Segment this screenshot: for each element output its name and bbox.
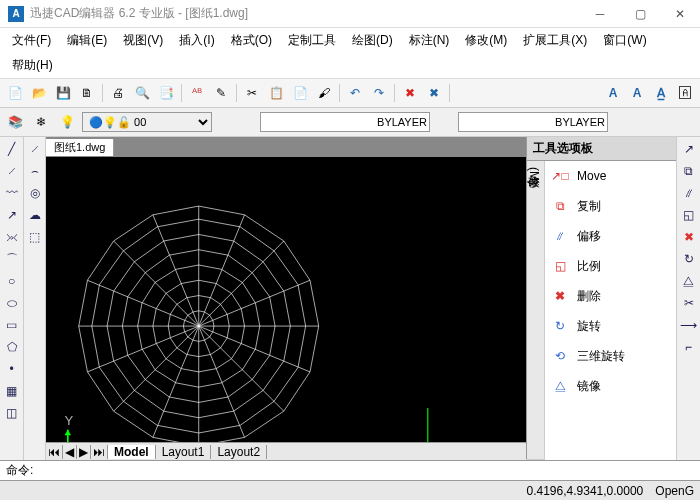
ellipse-icon[interactable]: ⬭ — [2, 293, 22, 313]
plot-icon[interactable]: 📑 — [155, 82, 177, 104]
close-button[interactable]: ✕ — [668, 7, 692, 21]
drawing-svg: X Y — [46, 157, 526, 442]
layer-bulb-icon[interactable]: 💡 — [56, 111, 78, 133]
new-icon[interactable]: 📄 — [4, 82, 26, 104]
canvas[interactable]: X Y — [46, 157, 526, 442]
open-icon[interactable]: 📂 — [28, 82, 50, 104]
menu-draw[interactable]: 绘图(D) — [346, 30, 399, 51]
donut-icon[interactable]: ◎ — [25, 183, 45, 203]
vtab-modify[interactable]: 修改(M) — [523, 161, 544, 460]
layout-next-icon[interactable]: ▶ — [77, 445, 91, 459]
spell-icon[interactable]: ᴬᴮ — [186, 82, 208, 104]
r-copy-icon[interactable]: ⧉ — [679, 161, 699, 181]
redo-icon[interactable]: ↷ — [368, 82, 390, 104]
svg-rect-0 — [46, 157, 526, 442]
matchprop-icon[interactable]: 🖌 — [313, 82, 335, 104]
draw-toolbar-2: ⟋ ⌢ ◎ ☁ ⬚ — [24, 137, 46, 460]
tool-mirror[interactable]: ⧋镜像 — [545, 371, 676, 401]
r-scale-icon[interactable]: ◱ — [679, 205, 699, 225]
layout-1[interactable]: Layout1 — [156, 445, 212, 459]
tool-palette: 工具选项板 修改(M) 查询 图层 三维动态观察 ↗□Move ⧉复制 ⫽偏移 … — [526, 137, 676, 460]
arc2-icon[interactable]: ⌢ — [25, 161, 45, 181]
text-a2-icon[interactable]: A — [626, 82, 648, 104]
menu-help[interactable]: 帮助(H) — [6, 55, 59, 76]
tool-copy[interactable]: ⧉复制 — [545, 191, 676, 221]
menu-modify[interactable]: 修改(M) — [459, 30, 513, 51]
multiline-icon[interactable]: ⩙ — [2, 227, 22, 247]
menu-insert[interactable]: 插入(I) — [173, 30, 220, 51]
layout-prev-icon[interactable]: ◀ — [63, 445, 77, 459]
layout-2[interactable]: Layout2 — [211, 445, 267, 459]
region-icon[interactable]: ◫ — [2, 403, 22, 423]
r-extend-icon[interactable]: ⟶ — [679, 315, 699, 335]
lineweight-select[interactable] — [458, 112, 608, 132]
r-fillet-icon[interactable]: ⌐ — [679, 337, 699, 357]
erase-blue-icon[interactable]: ✖ — [423, 82, 445, 104]
cut-icon[interactable]: ✂ — [241, 82, 263, 104]
erase-red-icon[interactable]: ✖ — [399, 82, 421, 104]
save-icon[interactable]: 💾 — [52, 82, 74, 104]
point-icon[interactable]: • — [2, 359, 22, 379]
text-a3-icon[interactable]: A̲ — [650, 82, 672, 104]
boundary-icon[interactable]: ⬚ — [25, 227, 45, 247]
preview-icon[interactable]: 🔍 — [131, 82, 153, 104]
arc-icon[interactable]: ⌒ — [2, 249, 22, 269]
tool-rotate[interactable]: ↻旋转 — [545, 311, 676, 341]
tool-delete[interactable]: ✖删除 — [545, 281, 676, 311]
paste-icon[interactable]: 📄 — [289, 82, 311, 104]
rectangle-icon[interactable]: ▭ — [2, 315, 22, 335]
tool-rotate3d[interactable]: ⟲三维旋转 — [545, 341, 676, 371]
copy-icon[interactable]: 📋 — [265, 82, 287, 104]
circle-icon[interactable]: ○ — [2, 271, 22, 291]
menu-view[interactable]: 视图(V) — [117, 30, 169, 51]
delete-icon: ✖ — [549, 285, 571, 307]
menu-window[interactable]: 窗口(W) — [597, 30, 652, 51]
command-prompt: 命令: — [6, 462, 33, 479]
properties-bar: 📚 ❄ 💡 🔵💡🔓 00 — [0, 108, 700, 137]
layer-manager-icon[interactable]: 📚 — [4, 111, 26, 133]
line-icon[interactable]: ╱ — [2, 139, 22, 159]
ray-icon[interactable]: ↗ — [2, 205, 22, 225]
tool-offset[interactable]: ⫽偏移 — [545, 221, 676, 251]
menu-custom[interactable]: 定制工具 — [282, 30, 342, 51]
xline-icon[interactable]: ⟋ — [25, 139, 45, 159]
spline-icon[interactable]: 〰 — [2, 183, 22, 203]
undo-icon[interactable]: ↶ — [344, 82, 366, 104]
menu-extend[interactable]: 扩展工具(X) — [517, 30, 593, 51]
polygon-icon[interactable]: ⬠ — [2, 337, 22, 357]
command-line[interactable]: 命令: — [0, 460, 700, 480]
polyline-icon[interactable]: ⟋ — [2, 161, 22, 181]
hatch-icon[interactable]: ▦ — [2, 381, 22, 401]
r-offset-icon[interactable]: ⫽ — [679, 183, 699, 203]
menu-edit[interactable]: 编辑(E) — [61, 30, 113, 51]
print-icon[interactable]: 🖨 — [107, 82, 129, 104]
menu-file[interactable]: 文件(F) — [6, 30, 57, 51]
r-rotate-icon[interactable]: ↻ — [679, 249, 699, 269]
layout-model[interactable]: Model — [108, 445, 156, 459]
layout-first-icon[interactable]: ⏮ — [46, 445, 63, 459]
r-mirror-icon[interactable]: ⧋ — [679, 271, 699, 291]
layer-select[interactable]: 🔵💡🔓 00 — [82, 112, 212, 132]
status-bar: 0.4196,4.9341,0.0000 OpenG — [0, 480, 700, 500]
menu-format[interactable]: 格式(O) — [225, 30, 278, 51]
linetype-select[interactable] — [260, 112, 430, 132]
maximize-button[interactable]: ▢ — [628, 7, 652, 21]
layout-last-icon[interactable]: ⏭ — [91, 445, 108, 459]
layer-freeze-icon[interactable]: ❄ — [30, 111, 52, 133]
revcloud-icon[interactable]: ☁ — [25, 205, 45, 225]
minimize-button[interactable]: ─ — [588, 7, 612, 21]
tool-move[interactable]: ↗□Move — [545, 161, 676, 191]
find-icon[interactable]: ✎ — [210, 82, 232, 104]
offset-icon: ⫽ — [549, 225, 571, 247]
tool-scale[interactable]: ◱比例 — [545, 251, 676, 281]
r-delete-icon[interactable]: ✖ — [679, 227, 699, 247]
r-trim-icon[interactable]: ✂ — [679, 293, 699, 313]
text-a1-icon[interactable]: A — [602, 82, 624, 104]
tab-document[interactable]: 图纸1.dwg — [46, 139, 114, 156]
menu-dimension[interactable]: 标注(N) — [403, 30, 456, 51]
text-style-icon[interactable]: 🄰 — [674, 82, 696, 104]
palette-vtabs: 修改(M) 查询 图层 三维动态观察 — [527, 161, 545, 460]
saveall-icon[interactable]: 🗎 — [76, 82, 98, 104]
r-move-icon[interactable]: ↗ — [679, 139, 699, 159]
app-icon: A — [8, 6, 24, 22]
